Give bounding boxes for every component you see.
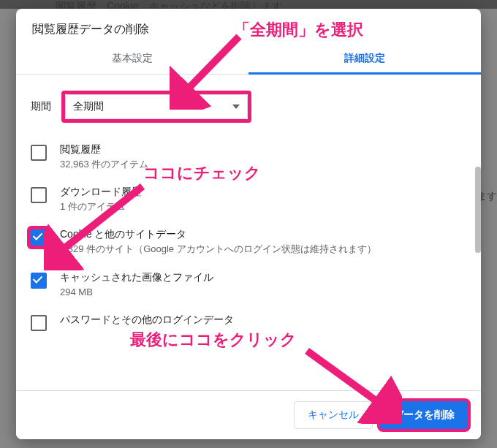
checkbox-item-3[interactable] <box>31 273 47 289</box>
confirm-delete-button[interactable]: データを削除 <box>380 401 468 429</box>
item-texts: ダウンロード履歴1 件のアイテム <box>60 186 471 213</box>
time-range-highlight: 全期間 <box>61 91 251 123</box>
clear-browsing-data-dialog: 閲覧履歴データの削除 基本設定 詳細設定 期間 全期間 閲覧履歴32,963 件… <box>16 9 481 439</box>
item-title: キャッシュされた画像とファイル <box>60 271 471 284</box>
chevron-down-icon <box>232 105 240 109</box>
item-title: パスワードとその他のログインデータ <box>60 314 471 327</box>
item-texts: パスワードとその他のログインデータ <box>60 314 471 327</box>
item-subtitle: 294 MB <box>60 286 471 299</box>
item-title: 閲覧履歴 <box>60 143 471 156</box>
time-range-row: 期間 全期間 <box>31 75 471 136</box>
scrollbar[interactable] <box>475 167 481 253</box>
item-texts: 閲覧履歴32,963 件のアイテム <box>60 143 471 171</box>
item-title: ダウンロード履歴 <box>60 186 471 199</box>
checkbox-item-2[interactable] <box>31 229 47 246</box>
item-texts: キャッシュされた画像とファイル294 MB <box>60 271 471 299</box>
cancel-button[interactable]: キャンセル <box>294 401 373 429</box>
list-item: ダウンロード履歴1 件のアイテム <box>31 178 471 221</box>
dialog-body: 期間 全期間 閲覧履歴32,963 件のアイテムダウンロード履歴1 件のアイテム… <box>16 75 481 390</box>
checkbox-item-1[interactable] <box>31 187 47 203</box>
dialog-title: 閲覧履歴データの削除 <box>16 9 481 42</box>
list-item: Cookie と他のサイトデータ1,329 件のサイト（Google アカウント… <box>31 221 471 263</box>
time-range-value: 全期間 <box>73 100 104 113</box>
item-texts: Cookie と他のサイトデータ1,329 件のサイト（Google アカウント… <box>60 228 471 256</box>
item-title: Cookie と他のサイトデータ <box>60 228 471 241</box>
time-range-label: 期間 <box>31 100 51 113</box>
list-item: 閲覧履歴32,963 件のアイテム <box>31 136 471 178</box>
list-item: キャッシュされた画像とファイル294 MB <box>31 264 471 306</box>
time-range-select[interactable]: 全期間 <box>65 94 248 119</box>
item-subtitle: 32,963 件のアイテム <box>60 158 471 171</box>
checkbox-item-4[interactable] <box>31 315 47 331</box>
checkbox-item-0[interactable] <box>31 145 47 161</box>
tab-advanced[interactable]: 詳細設定 <box>248 42 481 74</box>
tabs: 基本設定 詳細設定 <box>16 42 481 75</box>
item-subtitle: 1 件のアイテム <box>60 200 471 213</box>
item-subtitle: 1,329 件のサイト（Google アカウントへのログイン状態は維持されます） <box>60 243 471 256</box>
tab-basic[interactable]: 基本設定 <box>16 42 248 74</box>
dialog-footer: キャンセル データを削除 <box>16 390 481 439</box>
list-item: パスワードとその他のログインデータ <box>31 306 471 338</box>
